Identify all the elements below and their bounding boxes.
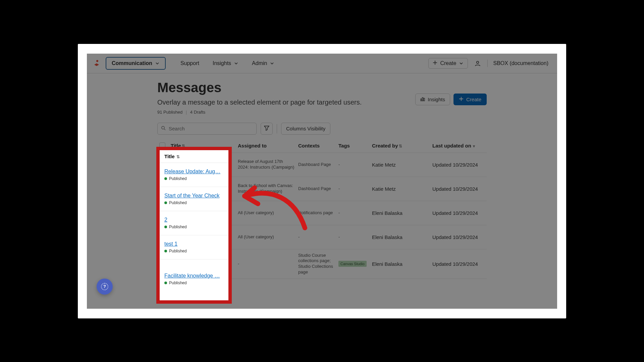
cell-contexts: Dashboard Page xyxy=(298,162,338,168)
status-dot-icon xyxy=(164,201,167,204)
plus-icon xyxy=(433,60,437,66)
message-title-link[interactable]: Facilitate knowledge … xyxy=(164,273,223,279)
insights-button[interactable]: Insights xyxy=(415,94,450,105)
nav-communication[interactable]: Communication xyxy=(106,57,166,70)
message-title-link[interactable]: Start of the Year Check xyxy=(164,193,223,199)
cell-created-by: Katie Metz xyxy=(372,186,432,192)
cell-updated: Updated 10/29/2024 xyxy=(432,234,499,240)
insights-button-label: Insights xyxy=(428,97,445,102)
cell-assigned-to: - xyxy=(238,261,298,267)
cell-created-by: Eleni Balaska xyxy=(372,210,432,216)
hl-title-cell: Release Update: Aug… Published xyxy=(160,163,228,187)
col-tags[interactable]: Tags xyxy=(338,143,372,148)
page-title: Messages xyxy=(157,80,487,95)
cell-created-by: Eleni Balaska xyxy=(372,234,432,240)
cell-assigned-to: Release of August 17th 2024: Instructors… xyxy=(238,159,298,170)
divider xyxy=(487,60,488,67)
hl-col-title[interactable]: Title ⇅ xyxy=(160,150,228,163)
cell-assigned-to: Back to School with Canvas: Instructors … xyxy=(238,183,298,194)
chevron-down-icon xyxy=(234,61,238,66)
columns-visibility-label: Columns Visibility xyxy=(286,126,325,131)
environment-label[interactable]: SBOX (documentation) xyxy=(490,60,551,66)
select-all-checkbox[interactable] xyxy=(159,142,165,148)
status-dot-icon xyxy=(164,226,167,228)
cell-updated: Updated 10/29/2024 xyxy=(432,210,499,216)
hl-title-cell: Start of the Year Check Published xyxy=(160,187,228,211)
svg-rect-2 xyxy=(421,99,422,101)
nav-support-label: Support xyxy=(180,60,199,66)
cell-created-by: Katie Metz xyxy=(372,162,432,168)
nav-admin[interactable]: Admin xyxy=(247,58,280,69)
toolbar: Search Columns Visibility xyxy=(157,123,487,135)
cell-tags: - xyxy=(338,234,340,239)
chevron-down-icon xyxy=(270,61,274,66)
sort-icon: ⇅ xyxy=(182,144,185,148)
svg-point-1 xyxy=(477,61,479,63)
nav-insights[interactable]: Insights xyxy=(207,58,244,69)
svg-rect-3 xyxy=(422,98,423,101)
bar-chart-icon xyxy=(420,97,425,102)
search-icon xyxy=(161,126,166,132)
tag-pill: Canvas Studio xyxy=(338,261,367,267)
message-title-link[interactable]: 2 xyxy=(164,217,223,223)
col-title[interactable]: Title⇅ xyxy=(171,143,238,148)
message-title-link[interactable]: Release Update: Aug… xyxy=(164,169,223,175)
cell-tags: - xyxy=(338,210,340,215)
svg-point-0 xyxy=(96,60,98,62)
cell-tags: - xyxy=(338,162,340,167)
filter-button[interactable] xyxy=(261,123,273,135)
status-badge: Published xyxy=(164,176,224,181)
nav-insights-label: Insights xyxy=(213,60,231,66)
cell-tags: - xyxy=(338,186,340,191)
content-area: Messages Insights Create Overlay a messa… xyxy=(87,73,557,279)
search-input[interactable]: Search xyxy=(157,123,257,135)
chevron-down-icon xyxy=(459,61,464,66)
cell-assigned-to: All (User category) xyxy=(238,210,298,216)
sort-desc-icon: ▾ xyxy=(472,144,475,148)
cell-contexts: Studio Course collections page; Studio C… xyxy=(298,253,338,276)
columns-visibility-button[interactable]: Columns Visibility xyxy=(281,123,330,135)
create-button[interactable]: Create xyxy=(453,94,487,105)
status-dot-icon xyxy=(164,250,167,252)
search-placeholder: Search xyxy=(169,126,185,131)
nav-create-label: Create xyxy=(440,60,456,66)
chevron-down-icon xyxy=(155,61,160,66)
sort-icon: ⇅ xyxy=(399,144,402,148)
cell-updated: Updated 10/29/2024 xyxy=(432,261,499,267)
status-badge: Published xyxy=(164,225,224,229)
cell-contexts: - xyxy=(298,234,338,240)
cell-updated: Updated 10/29/2024 xyxy=(432,162,499,168)
published-count: 91 Published xyxy=(157,110,182,115)
status-dot-icon xyxy=(164,177,167,180)
hl-title-cell: test 1 Published xyxy=(160,235,228,259)
hl-title-cell: Facilitate knowledge … Published xyxy=(160,259,228,299)
help-fab[interactable]: ? xyxy=(97,279,113,295)
cell-assigned-to: All (User category) xyxy=(238,234,298,240)
nav-support[interactable]: Support xyxy=(175,58,205,69)
divider xyxy=(277,124,277,133)
col-created-by[interactable]: Created by⇅ xyxy=(372,143,432,148)
cell-contexts: Dashboard Page xyxy=(298,186,338,192)
hl-title-cell: 2 Published xyxy=(160,211,228,235)
cell-created-by: Eleni Balaska xyxy=(372,261,432,267)
create-button-label: Create xyxy=(466,97,481,102)
svg-rect-4 xyxy=(424,98,425,101)
plus-icon xyxy=(459,97,464,102)
status-badge: Published xyxy=(164,200,224,205)
top-nav: Communication Support Insights Admin xyxy=(87,54,557,73)
cell-updated: Updated 10/29/2024 xyxy=(432,186,499,192)
message-title-link[interactable]: test 1 xyxy=(164,241,223,247)
user-icon[interactable] xyxy=(474,60,481,67)
nav-communication-label: Communication xyxy=(112,60,152,66)
status-badge: Published xyxy=(164,281,224,285)
page-stats: 91 Published | 4 Drafts xyxy=(157,110,487,115)
filter-icon xyxy=(264,125,269,132)
drafts-count: 4 Drafts xyxy=(190,110,206,115)
col-contexts[interactable]: Contexts xyxy=(298,143,338,148)
nav-create-button[interactable]: Create xyxy=(428,58,468,69)
col-assigned-to[interactable]: Assigned to xyxy=(238,143,298,148)
help-icon: ? xyxy=(101,283,108,290)
col-last-updated[interactable]: Last updated on ▾ xyxy=(432,143,499,148)
sort-icon: ⇅ xyxy=(175,155,180,159)
annotation-highlight-content: Title ⇅ Release Update: Aug… Published S… xyxy=(160,150,228,300)
